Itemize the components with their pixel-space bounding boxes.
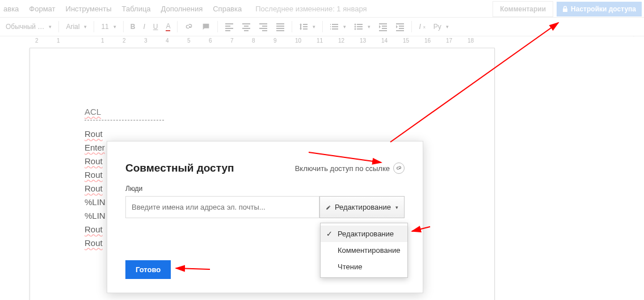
ruler-mark: 9 — [273, 38, 277, 44]
ruler-mark: 8 — [252, 38, 255, 44]
comment-button[interactable] — [198, 22, 214, 31]
menu-item[interactable]: Формат — [29, 5, 55, 13]
ruler: 2 1 1 2 3 4 5 6 7 8 9 10 11 12 13 14 15 … — [0, 36, 644, 45]
menu-item[interactable]: Таблица — [122, 5, 151, 13]
comments-button[interactable]: Комментарии — [493, 1, 553, 17]
align-right-button[interactable] — [255, 22, 271, 31]
ruler-mark: 14 — [381, 38, 388, 44]
menu-item[interactable]: Инструменты — [66, 5, 112, 13]
line-spacing-button[interactable] — [296, 22, 319, 31]
clear-format-button[interactable]: Ix — [415, 23, 428, 31]
input-tools-button[interactable]: Ру — [430, 23, 452, 31]
modal-title: Совместный доступ — [125, 162, 234, 174]
ruler-mark: 3 — [144, 38, 148, 44]
last-edit-label: Последнее изменение: 1 января — [255, 5, 367, 13]
ruler-mark: 6 — [209, 38, 212, 44]
ruler-mark: 1 — [57, 38, 60, 44]
ruler-mark: 13 — [360, 38, 366, 44]
ruler-mark: 17 — [446, 38, 452, 44]
bold-button[interactable]: B — [127, 23, 139, 31]
svg-point-0 — [355, 24, 356, 26]
menu-bar[interactable]: авка Формат Инструменты Таблица Дополнен… — [0, 5, 242, 13]
link-button[interactable] — [181, 22, 197, 31]
dropdown-item-comment[interactable]: Комментирование — [321, 242, 407, 259]
bullet-list-button[interactable] — [351, 22, 374, 31]
link-icon — [393, 163, 405, 174]
menu-item[interactable]: Справка — [213, 5, 242, 13]
people-input[interactable] — [125, 196, 319, 218]
ruler-mark: 7 — [230, 38, 234, 44]
svg-point-1 — [355, 26, 356, 28]
menu-item[interactable]: авка — [3, 5, 19, 13]
ruler-mark: 18 — [468, 38, 474, 44]
ruler-mark: 16 — [424, 38, 431, 44]
done-button[interactable]: Готово — [125, 260, 171, 279]
underline-button[interactable]: U — [150, 23, 162, 31]
enable-link-label: Включить доступ по ссылке — [295, 164, 390, 173]
dropdown-item-edit[interactable]: Редактирование — [321, 226, 407, 242]
ruler-mark: 12 — [338, 38, 344, 44]
italic-button[interactable]: I — [140, 23, 148, 31]
ruler-mark: 2 — [123, 38, 126, 44]
permission-select-button[interactable]: Редактирование — [319, 196, 405, 218]
font-select[interactable]: Arial — [62, 23, 90, 31]
pencil-icon — [326, 204, 331, 211]
align-justify-button[interactable] — [272, 22, 288, 31]
text-color-button[interactable]: А — [162, 22, 174, 31]
ruler-mark: 11 — [317, 38, 323, 44]
doc-line: Rout — [85, 127, 440, 141]
permission-dropdown[interactable]: Редактирование Комментирование Чтение — [320, 223, 408, 278]
toolbar: Обычный … Arial 11 B I U А Ix Ру — [0, 17, 644, 36]
ruler-mark: 4 — [166, 38, 169, 44]
size-select[interactable]: 11 — [98, 23, 119, 31]
share-button-label: Настройки доступа — [571, 5, 636, 13]
share-settings-button[interactable]: Настройки доступа — [557, 2, 642, 16]
numbered-list-button[interactable] — [326, 22, 350, 31]
align-center-button[interactable] — [238, 22, 254, 31]
style-select[interactable]: Обычный … — [2, 23, 55, 31]
lock-icon — [562, 6, 568, 13]
people-label: Люди — [125, 185, 405, 193]
ruler-mark: 2 — [35, 38, 39, 44]
enable-link-access[interactable]: Включить доступ по ссылке — [295, 163, 405, 174]
svg-point-2 — [355, 28, 356, 30]
menu-item[interactable]: Дополнения — [161, 5, 203, 13]
ruler-mark: 5 — [187, 38, 191, 44]
align-left-button[interactable] — [221, 22, 237, 31]
indent-decrease-button[interactable] — [375, 22, 391, 31]
dropdown-item-view[interactable]: Чтение — [321, 259, 407, 275]
ruler-mark: 10 — [295, 38, 301, 44]
ruler-mark: 1 — [101, 38, 104, 44]
permission-label: Редактирование — [335, 203, 391, 211]
indent-increase-button[interactable] — [392, 22, 408, 31]
doc-title: ACL — [85, 105, 440, 119]
ruler-mark: 15 — [403, 38, 409, 44]
